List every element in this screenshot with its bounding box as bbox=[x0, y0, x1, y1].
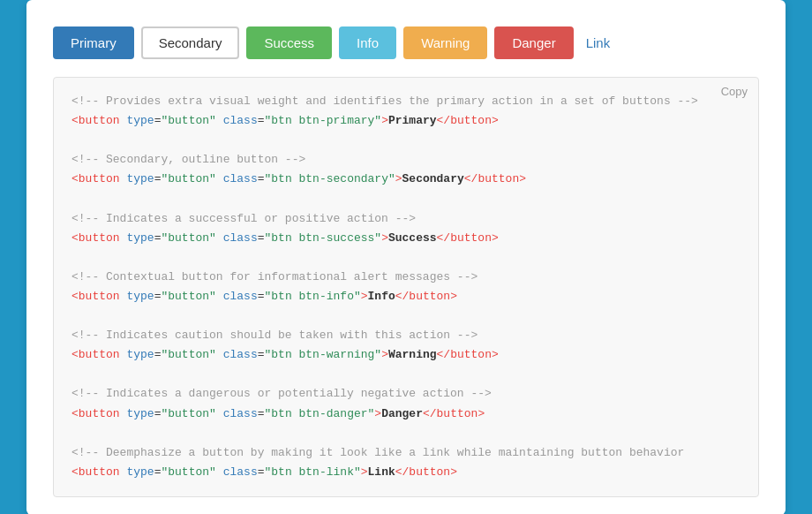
warning-button[interactable]: Warning bbox=[403, 26, 487, 59]
success-button[interactable]: Success bbox=[246, 26, 332, 59]
code-content: <!-- Provides extra visual weight and id… bbox=[71, 92, 741, 482]
info-button[interactable]: Info bbox=[339, 26, 396, 59]
link-button[interactable]: Link bbox=[581, 28, 616, 57]
copy-button[interactable]: Copy bbox=[721, 85, 748, 98]
danger-button[interactable]: Danger bbox=[494, 26, 573, 59]
code-block: Copy <!-- Provides extra visual weight a… bbox=[53, 77, 759, 497]
main-card: Primary Secondary Success Info Warning D… bbox=[26, 0, 786, 514]
primary-button[interactable]: Primary bbox=[53, 26, 134, 59]
secondary-button[interactable]: Secondary bbox=[141, 26, 240, 59]
button-row: Primary Secondary Success Info Warning D… bbox=[53, 26, 759, 59]
